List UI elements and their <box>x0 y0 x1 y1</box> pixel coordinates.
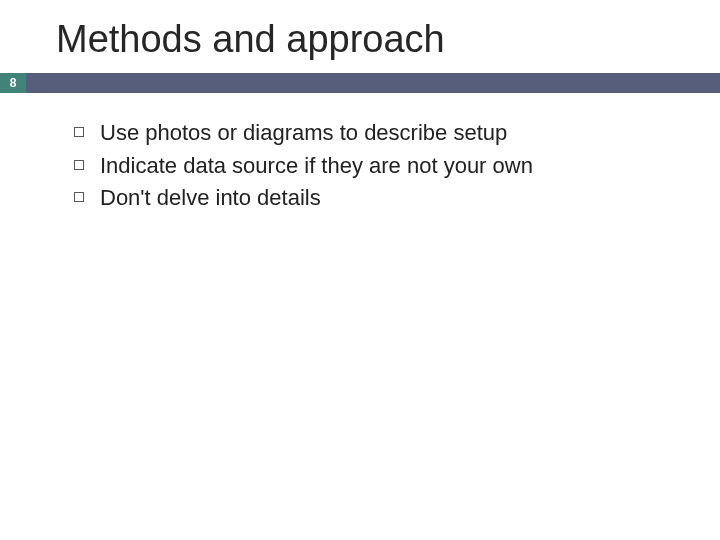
list-item: Don't delve into details <box>74 184 680 213</box>
bullet-text: Use photos or diagrams to describe setup <box>100 119 507 148</box>
divider-bar: 8 <box>0 73 720 93</box>
content-area: Use photos or diagrams to describe setup… <box>0 93 720 213</box>
page-number: 8 <box>10 76 17 90</box>
square-bullet-icon <box>74 160 84 170</box>
square-bullet-icon <box>74 127 84 137</box>
bullet-text: Indicate data source if they are not you… <box>100 152 533 181</box>
list-item: Indicate data source if they are not you… <box>74 152 680 181</box>
page-number-box: 8 <box>0 73 26 93</box>
list-item: Use photos or diagrams to describe setup <box>74 119 680 148</box>
bullet-text: Don't delve into details <box>100 184 321 213</box>
square-bullet-icon <box>74 192 84 202</box>
slide-title: Methods and approach <box>0 0 720 73</box>
